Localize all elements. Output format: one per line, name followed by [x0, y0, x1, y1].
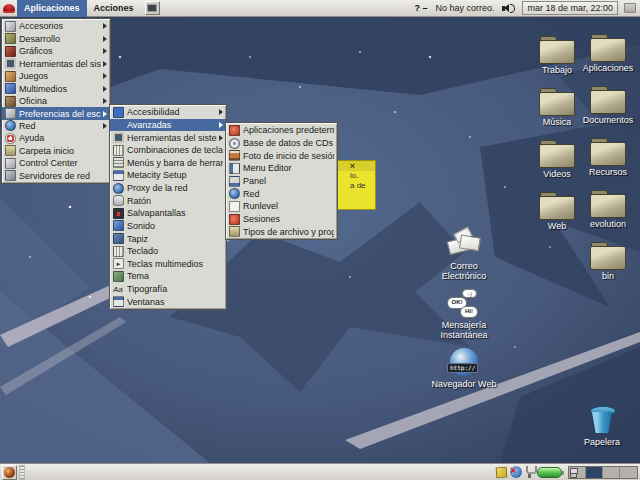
desktop-folder[interactable]: bin	[574, 242, 640, 294]
menu-item[interactable]: Ventanas	[110, 295, 226, 308]
mail-check-applet[interactable]: No hay correo.	[435, 3, 494, 13]
desktop-launcher[interactable]: http:// Navegador Web	[430, 348, 498, 389]
folder-label: Documentos	[583, 115, 634, 125]
menu-item[interactable]: Ayuda	[2, 132, 110, 144]
submenu-arrow-icon	[103, 73, 107, 79]
menu-item-label: Herramientas del sistema	[19, 59, 101, 69]
menu-item[interactable]: Teclas multimedios	[110, 258, 226, 271]
menu-item-label: Herramientas del sistema	[127, 133, 217, 143]
close-icon[interactable]: ×	[350, 162, 355, 170]
desktop-launcher[interactable]: :-) Mensajería Instantánea	[430, 289, 498, 340]
menu-item-icon	[5, 83, 16, 94]
submenu-arrow-icon	[103, 36, 107, 42]
menu-item[interactable]: Ratón	[110, 194, 226, 207]
menu-item-icon	[113, 258, 124, 269]
menu-item[interactable]: Combinaciones de teclas	[110, 144, 226, 157]
menu-item-icon	[113, 233, 124, 244]
workspace-cell[interactable]	[603, 467, 620, 478]
menu-item-label: Red	[243, 189, 334, 199]
clock-applet[interactable]: mar 18 de mar, 22:00	[522, 1, 618, 15]
menu-item-icon	[113, 296, 124, 307]
menu-item[interactable]: Menu Editor	[226, 162, 337, 175]
desktop-launcher[interactable]: Correo Electrónico	[430, 230, 498, 281]
menu-item[interactable]: Foto de inicio de sesión	[226, 149, 337, 162]
trash-launcher[interactable]: Papelera	[572, 406, 632, 447]
menu-item[interactable]: Carpeta inicio	[2, 145, 110, 157]
menu-item[interactable]: Panel	[226, 175, 337, 188]
show-desktop-button[interactable]	[2, 465, 17, 480]
panel-drag-handle[interactable]	[19, 465, 25, 480]
redhat-menu-icon[interactable]	[3, 4, 15, 13]
menu-item[interactable]: Sesiones	[226, 213, 337, 226]
menu-item[interactable]: Juegos	[2, 70, 110, 82]
workspace-switcher	[568, 466, 638, 479]
menu-item-icon	[113, 145, 124, 156]
menu-item-icon	[113, 132, 124, 143]
menu-item[interactable]: Tipos de archivo y programas	[226, 225, 337, 238]
menu-item[interactable]: Desarrollo	[2, 32, 110, 44]
launcher-icon	[447, 230, 481, 258]
menubar-item[interactable]: Acciones	[87, 0, 141, 17]
terminal-launcher-button[interactable]	[145, 1, 160, 15]
menu-item[interactable]: Metacity Setup	[110, 169, 226, 182]
menu-item-icon	[113, 284, 124, 295]
menu-item-label: Panel	[243, 176, 334, 186]
menu-item[interactable]: Servidores de red	[2, 170, 110, 182]
volume-icon[interactable]	[502, 3, 516, 14]
menu-item[interactable]: Tipografía	[110, 283, 226, 296]
tray-icon[interactable]	[537, 467, 562, 478]
menu-item[interactable]: Oficina	[2, 95, 110, 107]
menu-item[interactable]: Tema	[110, 270, 226, 283]
submenu-arrow-icon	[219, 135, 223, 141]
menubar-item[interactable]: Aplicaciones	[17, 0, 87, 17]
menu-item-icon	[5, 71, 16, 82]
desktop-folder[interactable]: Documentos	[574, 86, 640, 138]
menu-item[interactable]: Sonido	[110, 220, 226, 233]
desktop-folder[interactable]: Recursos	[574, 138, 640, 190]
menu-item[interactable]: Avanzadas	[110, 119, 226, 132]
menu-item[interactable]: Herramientas del sistema	[2, 57, 110, 69]
menu-item[interactable]: Accesorios	[2, 20, 110, 32]
menu-item[interactable]: Runlevel	[226, 200, 337, 213]
menu-item-label: Juegos	[19, 71, 101, 81]
tray-icon[interactable]	[496, 466, 508, 478]
menu-item-icon	[113, 170, 124, 181]
menu-item[interactable]: Aplicaciones predeterminadas	[226, 124, 337, 137]
folder-icon	[590, 190, 626, 217]
menu-item[interactable]: Teclado	[110, 245, 226, 258]
weather-applet[interactable]: ? –	[414, 3, 427, 13]
menu-item[interactable]: Menús y barra de herramientas	[110, 157, 226, 170]
menu-item[interactable]: Multimedios	[2, 82, 110, 94]
workspace-cell[interactable]	[569, 467, 586, 478]
menu-item[interactable]: Herramientas del sistema	[110, 131, 226, 144]
menu-item-label: Sonido	[127, 221, 223, 231]
submenu-arrow-icon	[103, 86, 107, 92]
tray-icon[interactable]	[525, 466, 534, 478]
menu-item[interactable]: Proxy de la red	[110, 182, 226, 195]
trash-label: Papelera	[584, 437, 620, 447]
launcher-icon: :-)	[447, 289, 481, 317]
menu-item-icon	[229, 150, 240, 161]
desktop-folder[interactable]: evolution	[574, 190, 640, 242]
notification-tray	[496, 466, 562, 478]
menu-item[interactable]: Red	[226, 187, 337, 200]
app-launcher-column: Correo Electrónico :-) Mensajería Instan…	[430, 230, 498, 389]
menu-item[interactable]: Base de datos de CDs	[226, 137, 337, 150]
workspace-cell[interactable]	[620, 467, 637, 478]
tray-applet-icon[interactable]	[624, 3, 636, 13]
desktop-folder[interactable]: Aplicaciones	[574, 34, 640, 86]
menu-item[interactable]: Accesibilidad	[110, 106, 226, 119]
folder-icon	[590, 138, 626, 165]
applications-menu: Accesorios Desarrollo Gráficos Herramien…	[1, 18, 111, 184]
menu-item[interactable]: Preferencias del escritorio	[2, 107, 110, 119]
menu-item[interactable]: Gráficos	[2, 45, 110, 57]
icon-extra-bubble: :-)	[462, 289, 477, 298]
menu-item[interactable]: Salvapantallas	[110, 207, 226, 220]
launcher-icon: http://	[450, 348, 478, 376]
tray-icon[interactable]	[510, 466, 522, 478]
desktop-preferences-submenu: Accesibilidad Avanzadas Herramientas del…	[109, 104, 227, 310]
menu-item[interactable]: Control Center	[2, 157, 110, 169]
menu-item[interactable]: Tapiz	[110, 232, 226, 245]
menu-item[interactable]: Red	[2, 120, 110, 132]
workspace-cell[interactable]	[586, 467, 603, 478]
